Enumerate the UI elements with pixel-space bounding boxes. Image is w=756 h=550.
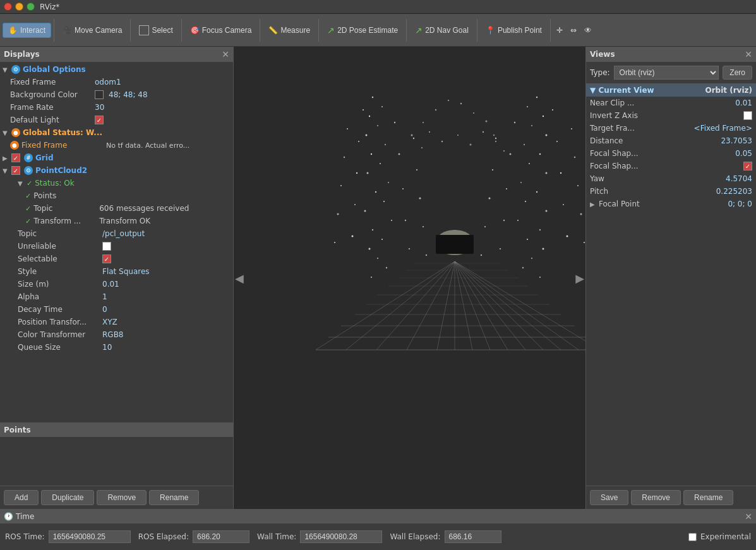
- displays-tree: ▼ ⚙ Global Options Fixed Frame odom1 Bac…: [0, 62, 233, 422]
- rename-button[interactable]: Rename: [149, 490, 199, 505]
- default-light-checkbox[interactable]: ✓: [95, 116, 104, 124]
- topic-val: /pcl_output: [102, 229, 231, 238]
- svg-point-35: [340, 185, 342, 186]
- color-transform-row[interactable]: Color Transformer RGB8: [0, 328, 233, 341]
- invert-z-checkbox[interactable]: [743, 111, 752, 120]
- svg-point-120: [411, 135, 413, 136]
- wall-time-input[interactable]: [300, 530, 382, 543]
- expand-icon: ▼: [3, 66, 9, 73]
- displays-close-button[interactable]: ✕: [222, 49, 229, 59]
- viewport[interactable]: ◀ ▶: [234, 47, 585, 509]
- focus-camera-button[interactable]: 🎯 Focus Camera: [184, 23, 258, 38]
- pc2-checkbox[interactable]: ✓: [11, 166, 20, 175]
- default-light-row[interactable]: Default Light ✓: [0, 114, 233, 126]
- eye-button[interactable]: 👁: [581, 23, 595, 38]
- 2d-nav-button[interactable]: ↗ 2D Nav Goal: [409, 22, 474, 39]
- viewport-arrow-left[interactable]: ◀: [235, 272, 244, 285]
- size-row[interactable]: Size (m) 0.01: [0, 278, 233, 290]
- cam-control-button[interactable]: ⇔: [567, 23, 580, 38]
- target-frame-key: Target Fra...: [590, 124, 692, 133]
- ros-elapsed-input[interactable]: [193, 530, 249, 543]
- ros-time-input[interactable]: [49, 530, 131, 543]
- focal-shape-checkbox[interactable]: ✓: [743, 162, 752, 170]
- frame-rate-row[interactable]: Frame Rate 30: [0, 101, 233, 114]
- views-remove-button[interactable]: Remove: [631, 490, 681, 505]
- select-button[interactable]: Select: [133, 22, 178, 39]
- focal-shape-enabled-row[interactable]: Focal Shap... ✓: [586, 160, 756, 172]
- current-view-header[interactable]: ▼ Current View Orbit (rviz): [586, 84, 756, 97]
- focal-shape-enabled-key: Focal Shap...: [590, 162, 741, 170]
- topic-row[interactable]: Topic /pcl_output: [0, 227, 233, 240]
- alpha-row[interactable]: Alpha 1: [0, 290, 233, 303]
- yaw-row[interactable]: Yaw 4.5704: [586, 172, 756, 185]
- views-rename-button[interactable]: Rename: [683, 490, 733, 505]
- selectable-checkbox[interactable]: ✓: [102, 254, 111, 263]
- global-options-header[interactable]: ▼ ⚙ Global Options: [0, 63, 233, 76]
- target-frame-val: <Fixed Frame>: [694, 124, 752, 133]
- grid-checkbox[interactable]: ✓: [11, 153, 20, 162]
- wall-elapsed-input[interactable]: [445, 530, 501, 543]
- color-transform-key: Color Transformer: [18, 330, 100, 339]
- measure-button[interactable]: 📏 Measure: [263, 23, 316, 38]
- transform-status-row: ✓ Transform ... Transform OK: [0, 215, 233, 227]
- close-button[interactable]: [4, 3, 12, 11]
- topic-status-key: Topic: [33, 204, 97, 213]
- unreliable-checkbox[interactable]: [102, 242, 111, 251]
- decay-time-row[interactable]: Decay Time 0: [0, 303, 233, 316]
- transform-val: Transform OK: [99, 217, 150, 225]
- pitch-row[interactable]: Pitch 0.225203: [586, 185, 756, 198]
- unreliable-row[interactable]: Unreliable: [0, 240, 233, 253]
- camera-icon: 🎥: [63, 26, 72, 35]
- time-close-button[interactable]: ✕: [745, 511, 752, 522]
- svg-point-14: [391, 220, 392, 221]
- svg-point-25: [356, 172, 357, 174]
- views-type-select[interactable]: Orbit (rviz): [614, 66, 719, 80]
- pointcloud2-header[interactable]: ▼ ✓ ⚙ PointCloud2: [0, 164, 233, 177]
- near-clip-row[interactable]: Near Clip ... 0.01: [586, 97, 756, 109]
- toolbar-separator: [54, 19, 54, 42]
- distance-row[interactable]: Distance 23.7053: [586, 135, 756, 147]
- views-close-button[interactable]: ✕: [745, 49, 752, 59]
- invert-z-row[interactable]: Invert Z Axis: [586, 109, 756, 122]
- svg-point-54: [517, 220, 519, 221]
- grid-header[interactable]: ▶ ✓ # Grid: [0, 152, 233, 164]
- remove-button[interactable]: Remove: [97, 490, 147, 505]
- add-button[interactable]: Add: [4, 490, 39, 505]
- experimental-checkbox[interactable]: [688, 533, 697, 541]
- svg-point-64: [510, 153, 512, 155]
- svg-point-77: [580, 213, 582, 215]
- minimize-button[interactable]: [15, 3, 23, 11]
- bg-color-val: 48; 48; 48: [109, 90, 231, 99]
- target-frame-row[interactable]: Target Fra... <Fixed Frame>: [586, 122, 756, 135]
- svg-point-111: [460, 103, 462, 104]
- global-status-header[interactable]: ▼ ● Global Status: W...: [0, 126, 233, 139]
- publish-point-button[interactable]: 📍 Publish Point: [480, 23, 548, 38]
- status-ok-row[interactable]: ▼ ✓ Status: Ok: [0, 177, 233, 189]
- views-zero-button[interactable]: Zero: [723, 66, 752, 80]
- svg-point-28: [405, 220, 406, 221]
- svg-point-11: [375, 191, 376, 193]
- svg-point-33: [344, 157, 345, 158]
- fixed-frame-row[interactable]: Fixed Frame odom1: [0, 76, 233, 88]
- queue-size-row[interactable]: Queue Size 10: [0, 341, 233, 354]
- transform-key: Transform ...: [33, 217, 97, 225]
- duplicate-button[interactable]: Duplicate: [41, 490, 94, 505]
- style-row[interactable]: Style Flat Squares: [0, 265, 233, 278]
- move-icon-button[interactable]: ✛: [553, 23, 566, 38]
- default-light-key: Default Light: [10, 116, 92, 124]
- size-val: 0.01: [102, 280, 231, 289]
- maximize-button[interactable]: [27, 3, 35, 11]
- selectable-row[interactable]: Selectable ✓: [0, 253, 233, 265]
- viewport-arrow-right[interactable]: ▶: [575, 272, 584, 285]
- distance-key: Distance: [590, 136, 718, 145]
- focal-shape-size-row[interactable]: Focal Shap... 0.05: [586, 147, 756, 160]
- interact-button[interactable]: ✋ Interact: [3, 23, 51, 38]
- bg-color-row[interactable]: Background Color 48; 48; 48: [0, 88, 233, 101]
- move-camera-button[interactable]: 🎥 Move Camera: [57, 23, 128, 38]
- 2d-pose-button[interactable]: ↗ 2D Pose Estimate: [321, 22, 404, 39]
- focal-point-row[interactable]: ▶ Focal Point 0; 0; 0: [586, 198, 756, 210]
- views-save-button[interactable]: Save: [590, 490, 628, 505]
- queue-size-val: 10: [102, 343, 231, 352]
- pos-transform-row[interactable]: Position Transfor... XYZ: [0, 316, 233, 328]
- svg-point-69: [567, 236, 568, 237]
